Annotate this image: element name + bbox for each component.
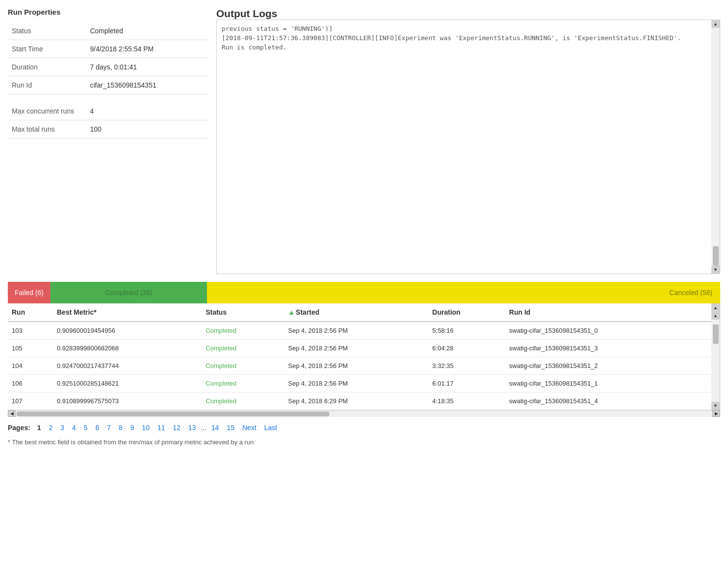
pagination-page-link[interactable]: 11	[155, 423, 168, 433]
pagination-page-link[interactable]: 9	[127, 423, 137, 433]
table-outer: RunBest Metric*Status▲StartedDurationRun…	[8, 303, 720, 410]
table-column-header[interactable]: Best Metric*	[53, 303, 202, 321]
table-row[interactable]: 105 0.9283999800682068 Completed Sep 4, …	[8, 340, 711, 357]
log-scroll-track	[711, 28, 720, 266]
horizontal-scrollbar[interactable]	[16, 410, 712, 417]
property-row: Run Idcifar_1536098154351	[8, 76, 208, 94]
log-line: [2018-09-11T21:57:36.389083][CONTROLLER]…	[222, 34, 706, 42]
cell-duration: 6:04:28	[429, 340, 505, 357]
property-value: 100	[86, 120, 208, 138]
table-row[interactable]: 103 0.909600019454956 Completed Sep 4, 2…	[8, 321, 711, 340]
cell-metric: 0.9108999967575073	[53, 392, 202, 410]
log-content-box[interactable]: previous status = 'RUNNING')][2018-09-11…	[216, 20, 711, 274]
cell-duration: 5:58:16	[429, 321, 505, 340]
property-label: Max total runs	[8, 120, 86, 138]
pagination-page-link[interactable]: 5	[81, 423, 91, 433]
table-scroll-track	[711, 320, 720, 402]
property-value: 4	[86, 102, 208, 120]
pagination-dots: ...	[201, 424, 206, 432]
table-row[interactable]: 104 0.9247000217437744 Completed Sep 4, …	[8, 357, 711, 375]
status-failed[interactable]: Failed (6)	[8, 282, 50, 303]
cell-started: Sep 4, 2018 2:56 PM	[284, 340, 429, 357]
pages-label: Pages:	[8, 424, 30, 432]
table-scroll-area[interactable]: RunBest Metric*Status▲StartedDurationRun…	[8, 303, 711, 410]
pagination-page-link[interactable]: 7	[104, 423, 114, 433]
log-scroll-thumb	[713, 246, 719, 266]
property-row: Duration7 days, 0:01:41	[8, 58, 208, 76]
pagination-page-link[interactable]: 12	[170, 423, 183, 433]
extra-properties-table: Max concurrent runs4Max total runs100	[8, 102, 208, 138]
run-properties-panel: Run Properties StatusCompletedStart Time…	[8, 8, 208, 274]
table-column-header[interactable]: Run	[8, 303, 53, 321]
cell-duration: 3:32:35	[429, 357, 505, 375]
property-row: Start Time9/4/2018 2:55:54 PM	[8, 40, 208, 58]
cell-status: Completed	[202, 375, 284, 392]
property-label: Status	[8, 22, 86, 40]
cell-run-id: swatig-cifar_1536098154351_2	[505, 357, 711, 375]
property-label: Duration	[8, 58, 86, 76]
property-value: 7 days, 0:01:41	[86, 58, 208, 76]
cell-started: Sep 4, 2018 2:56 PM	[284, 357, 429, 375]
cell-status: Completed	[202, 392, 284, 410]
extra-property-row: Max total runs100	[8, 120, 208, 138]
output-logs-panel: Output Logs previous status = 'RUNNING')…	[216, 8, 720, 274]
property-label: Run Id	[8, 76, 86, 94]
cell-started: Sep 4, 2018 2:56 PM	[284, 375, 429, 392]
pagination-next-link[interactable]: Next	[239, 423, 259, 433]
sort-arrow-icon: ▲	[288, 308, 295, 316]
status-completed[interactable]: Completed (36)	[50, 282, 207, 303]
pagination-page-link[interactable]: 4	[69, 423, 79, 433]
cell-run-id: swatig-cifar_1536098154351_1	[505, 375, 711, 392]
pagination: Pages:12345678910111213...1415NextLast	[8, 417, 720, 436]
output-logs-title: Output Logs	[216, 8, 720, 20]
log-scroll-down[interactable]: ▼	[711, 266, 720, 274]
pagination-page-link[interactable]: 6	[92, 423, 102, 433]
cell-status: Completed	[202, 340, 284, 357]
cell-run-id: swatig-cifar_1536098154351_0	[505, 321, 711, 340]
table-column-header[interactable]: Run Id	[505, 303, 711, 321]
table-row[interactable]: 106 0.9251000285148621 Completed Sep 4, …	[8, 375, 711, 392]
cell-run-id: swatig-cifar_1536098154351_4	[505, 392, 711, 410]
cell-run: 103	[8, 321, 53, 340]
footnote: * The best metric field is obtained from…	[8, 436, 720, 449]
main-container: Run Properties StatusCompletedStart Time…	[0, 0, 728, 457]
table-scroll-thumb	[713, 324, 719, 344]
property-label: Max concurrent runs	[8, 102, 86, 120]
pagination-last-link[interactable]: Last	[261, 423, 280, 433]
top-section: Run Properties StatusCompletedStart Time…	[8, 8, 720, 274]
cell-duration: 4:18:35	[429, 392, 505, 410]
pagination-page-link[interactable]: 13	[185, 423, 199, 433]
pagination-current-page: 1	[34, 423, 44, 433]
cell-run: 104	[8, 357, 53, 375]
h-scroll-right[interactable]: ▶	[712, 410, 720, 417]
horizontal-scroll-area: ◀ ▶	[8, 410, 720, 417]
extra-property-row: Max concurrent runs4	[8, 102, 208, 120]
table-scroll-up-1[interactable]: ▲	[711, 304, 720, 312]
table-column-header[interactable]: Duration	[429, 303, 505, 321]
status-canceled[interactable]: Canceled (58)	[207, 282, 720, 303]
pagination-page-link[interactable]: 8	[116, 423, 126, 433]
pagination-page-link[interactable]: 15	[224, 423, 238, 433]
pagination-page-link[interactable]: 10	[139, 423, 153, 433]
table-column-header[interactable]: Status	[202, 303, 284, 321]
log-line: previous status = 'RUNNING')]	[222, 25, 706, 32]
cell-run: 105	[8, 340, 53, 357]
log-line: Run is completed.	[222, 44, 706, 51]
cell-status: Completed	[202, 357, 284, 375]
table-scroll-down[interactable]: ▼	[711, 402, 720, 410]
property-label: Start Time	[8, 40, 86, 58]
log-scroll-up[interactable]: ▲	[711, 20, 720, 28]
table-row[interactable]: 107 0.9108999967575073 Completed Sep 4, …	[8, 392, 711, 410]
pagination-page-link[interactable]: 14	[208, 423, 222, 433]
cell-started: Sep 4, 2018 6:29 PM	[284, 392, 429, 410]
table-right-scrollbar: ▲ ▲ ▼	[711, 303, 720, 410]
table-scroll-up-2[interactable]: ▲	[711, 312, 720, 320]
log-scrollbar: ▲ ▼	[711, 20, 720, 274]
pagination-page-link[interactable]: 2	[46, 423, 56, 433]
table-column-header[interactable]: ▲Started	[284, 303, 429, 321]
cell-metric: 0.9251000285148621	[53, 375, 202, 392]
pagination-page-link[interactable]: 3	[58, 423, 68, 433]
h-scroll-left[interactable]: ◀	[8, 410, 16, 417]
cell-started: Sep 4, 2018 2:56 PM	[284, 321, 429, 340]
cell-metric: 0.9247000217437744	[53, 357, 202, 375]
